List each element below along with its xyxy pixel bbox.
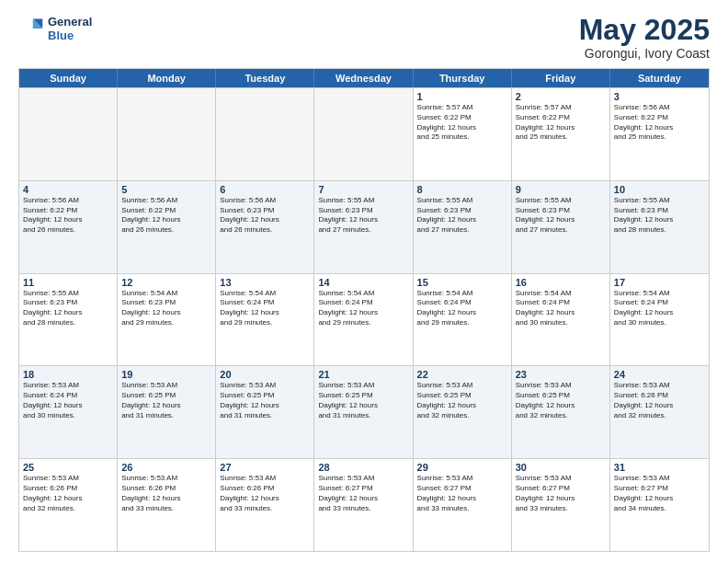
day-number: 4 bbox=[23, 184, 113, 195]
day-number: 15 bbox=[417, 277, 507, 288]
cal-cell-25: 25Sunrise: 5:53 AM Sunset: 6:26 PM Dayli… bbox=[19, 459, 118, 551]
cell-info: Sunrise: 5:57 AM Sunset: 6:22 PM Dayligh… bbox=[516, 103, 606, 143]
cell-info: Sunrise: 5:55 AM Sunset: 6:23 PM Dayligh… bbox=[23, 289, 113, 328]
cal-cell-8: 8Sunrise: 5:55 AM Sunset: 6:23 PM Daylig… bbox=[414, 181, 512, 273]
cal-cell-empty-0-2 bbox=[216, 88, 314, 180]
cell-info: Sunrise: 5:54 AM Sunset: 6:24 PM Dayligh… bbox=[516, 289, 606, 328]
cell-info: Sunrise: 5:53 AM Sunset: 6:25 PM Dayligh… bbox=[516, 381, 606, 420]
day-number: 21 bbox=[318, 369, 408, 380]
day-number: 24 bbox=[614, 369, 705, 380]
cal-cell-3: 3Sunrise: 5:56 AM Sunset: 6:22 PM Daylig… bbox=[610, 88, 709, 180]
page: General Blue May 2025 Gorongui, Ivory Co… bbox=[0, 0, 728, 563]
cell-info: Sunrise: 5:54 AM Sunset: 6:23 PM Dayligh… bbox=[121, 289, 211, 328]
cal-cell-empty-0-0 bbox=[19, 88, 118, 180]
cell-info: Sunrise: 5:56 AM Sunset: 6:22 PM Dayligh… bbox=[614, 103, 705, 143]
cal-cell-30: 30Sunrise: 5:53 AM Sunset: 6:27 PM Dayli… bbox=[512, 459, 610, 551]
day-number: 10 bbox=[614, 184, 705, 195]
cal-cell-6: 6Sunrise: 5:56 AM Sunset: 6:23 PM Daylig… bbox=[216, 181, 314, 273]
cell-info: Sunrise: 5:53 AM Sunset: 6:26 PM Dayligh… bbox=[23, 474, 113, 513]
header-day-monday: Monday bbox=[118, 69, 216, 87]
cell-info: Sunrise: 5:54 AM Sunset: 6:24 PM Dayligh… bbox=[220, 289, 310, 328]
day-number: 26 bbox=[121, 462, 211, 473]
header-day-wednesday: Wednesday bbox=[314, 69, 413, 87]
day-number: 3 bbox=[614, 91, 705, 102]
cal-cell-12: 12Sunrise: 5:54 AM Sunset: 6:23 PM Dayli… bbox=[118, 274, 216, 366]
cal-cell-13: 13Sunrise: 5:54 AM Sunset: 6:24 PM Dayli… bbox=[216, 274, 314, 366]
day-number: 17 bbox=[614, 277, 705, 288]
header-day-sunday: Sunday bbox=[19, 69, 118, 87]
day-number: 30 bbox=[516, 462, 606, 473]
cell-info: Sunrise: 5:56 AM Sunset: 6:22 PM Dayligh… bbox=[121, 196, 211, 236]
cal-cell-26: 26Sunrise: 5:53 AM Sunset: 6:26 PM Dayli… bbox=[118, 459, 216, 551]
day-number: 9 bbox=[516, 184, 606, 195]
subtitle: Gorongui, Ivory Coast bbox=[579, 46, 710, 61]
logo: General Blue bbox=[18, 15, 92, 42]
title-block: May 2025 Gorongui, Ivory Coast bbox=[579, 15, 710, 61]
cell-info: Sunrise: 5:56 AM Sunset: 6:22 PM Dayligh… bbox=[23, 196, 113, 236]
calendar-row-1: 1Sunrise: 5:57 AM Sunset: 6:22 PM Daylig… bbox=[19, 87, 709, 180]
cal-cell-11: 11Sunrise: 5:55 AM Sunset: 6:23 PM Dayli… bbox=[19, 274, 118, 366]
logo-text: General Blue bbox=[48, 15, 92, 42]
header-day-thursday: Thursday bbox=[414, 69, 512, 87]
day-number: 28 bbox=[318, 462, 408, 473]
cell-info: Sunrise: 5:54 AM Sunset: 6:24 PM Dayligh… bbox=[417, 289, 507, 328]
cell-info: Sunrise: 5:57 AM Sunset: 6:22 PM Dayligh… bbox=[417, 103, 507, 143]
cell-info: Sunrise: 5:56 AM Sunset: 6:23 PM Dayligh… bbox=[220, 196, 310, 236]
day-number: 31 bbox=[614, 462, 705, 473]
day-number: 13 bbox=[220, 277, 310, 288]
cal-cell-19: 19Sunrise: 5:53 AM Sunset: 6:25 PM Dayli… bbox=[118, 366, 216, 458]
day-number: 7 bbox=[318, 184, 408, 195]
cell-info: Sunrise: 5:53 AM Sunset: 6:25 PM Dayligh… bbox=[121, 381, 211, 420]
cell-info: Sunrise: 5:53 AM Sunset: 6:25 PM Dayligh… bbox=[220, 381, 310, 420]
logo-icon bbox=[18, 16, 44, 41]
day-number: 5 bbox=[121, 184, 211, 195]
cal-cell-5: 5Sunrise: 5:56 AM Sunset: 6:22 PM Daylig… bbox=[118, 181, 216, 273]
cal-cell-empty-0-3 bbox=[314, 88, 413, 180]
calendar-row-5: 25Sunrise: 5:53 AM Sunset: 6:26 PM Dayli… bbox=[19, 458, 709, 551]
cal-cell-2: 2Sunrise: 5:57 AM Sunset: 6:22 PM Daylig… bbox=[512, 88, 610, 180]
cal-cell-20: 20Sunrise: 5:53 AM Sunset: 6:25 PM Dayli… bbox=[216, 366, 314, 458]
day-number: 6 bbox=[220, 184, 310, 195]
calendar-header: SundayMondayTuesdayWednesdayThursdayFrid… bbox=[19, 69, 709, 87]
calendar-row-2: 4Sunrise: 5:56 AM Sunset: 6:22 PM Daylig… bbox=[19, 180, 709, 273]
cell-info: Sunrise: 5:53 AM Sunset: 6:27 PM Dayligh… bbox=[516, 474, 606, 513]
cell-info: Sunrise: 5:53 AM Sunset: 6:26 PM Dayligh… bbox=[614, 381, 705, 420]
day-number: 29 bbox=[417, 462, 507, 473]
day-number: 18 bbox=[23, 369, 113, 380]
cell-info: Sunrise: 5:53 AM Sunset: 6:24 PM Dayligh… bbox=[23, 381, 113, 420]
day-number: 23 bbox=[516, 369, 606, 380]
day-number: 25 bbox=[23, 462, 113, 473]
cell-info: Sunrise: 5:55 AM Sunset: 6:23 PM Dayligh… bbox=[614, 196, 705, 236]
cell-info: Sunrise: 5:53 AM Sunset: 6:26 PM Dayligh… bbox=[121, 474, 211, 513]
header-day-tuesday: Tuesday bbox=[216, 69, 314, 87]
cell-info: Sunrise: 5:55 AM Sunset: 6:23 PM Dayligh… bbox=[318, 196, 408, 236]
cal-cell-16: 16Sunrise: 5:54 AM Sunset: 6:24 PM Dayli… bbox=[512, 274, 610, 366]
cal-cell-1: 1Sunrise: 5:57 AM Sunset: 6:22 PM Daylig… bbox=[414, 88, 512, 180]
cell-info: Sunrise: 5:53 AM Sunset: 6:27 PM Dayligh… bbox=[417, 474, 507, 513]
day-number: 14 bbox=[318, 277, 408, 288]
day-number: 22 bbox=[417, 369, 507, 380]
day-number: 12 bbox=[121, 277, 211, 288]
header: General Blue May 2025 Gorongui, Ivory Co… bbox=[18, 15, 710, 61]
cell-info: Sunrise: 5:54 AM Sunset: 6:24 PM Dayligh… bbox=[318, 289, 408, 328]
calendar-row-3: 11Sunrise: 5:55 AM Sunset: 6:23 PM Dayli… bbox=[19, 273, 709, 366]
day-number: 11 bbox=[23, 277, 113, 288]
cell-info: Sunrise: 5:53 AM Sunset: 6:26 PM Dayligh… bbox=[220, 474, 310, 513]
cell-info: Sunrise: 5:53 AM Sunset: 6:25 PM Dayligh… bbox=[318, 381, 408, 420]
day-number: 20 bbox=[220, 369, 310, 380]
cal-cell-7: 7Sunrise: 5:55 AM Sunset: 6:23 PM Daylig… bbox=[314, 181, 413, 273]
month-title: May 2025 bbox=[579, 15, 710, 44]
cal-cell-31: 31Sunrise: 5:53 AM Sunset: 6:27 PM Dayli… bbox=[610, 459, 709, 551]
cal-cell-9: 9Sunrise: 5:55 AM Sunset: 6:23 PM Daylig… bbox=[512, 181, 610, 273]
calendar: SundayMondayTuesdayWednesdayThursdayFrid… bbox=[18, 68, 710, 552]
cal-cell-27: 27Sunrise: 5:53 AM Sunset: 6:26 PM Dayli… bbox=[216, 459, 314, 551]
cal-cell-21: 21Sunrise: 5:53 AM Sunset: 6:25 PM Dayli… bbox=[314, 366, 413, 458]
cal-cell-4: 4Sunrise: 5:56 AM Sunset: 6:22 PM Daylig… bbox=[19, 181, 118, 273]
cal-cell-17: 17Sunrise: 5:54 AM Sunset: 6:24 PM Dayli… bbox=[610, 274, 709, 366]
cal-cell-22: 22Sunrise: 5:53 AM Sunset: 6:25 PM Dayli… bbox=[414, 366, 512, 458]
cell-info: Sunrise: 5:53 AM Sunset: 6:25 PM Dayligh… bbox=[417, 381, 507, 420]
cal-cell-29: 29Sunrise: 5:53 AM Sunset: 6:27 PM Dayli… bbox=[414, 459, 512, 551]
header-day-friday: Friday bbox=[512, 69, 610, 87]
day-number: 27 bbox=[220, 462, 310, 473]
cal-cell-10: 10Sunrise: 5:55 AM Sunset: 6:23 PM Dayli… bbox=[610, 181, 709, 273]
